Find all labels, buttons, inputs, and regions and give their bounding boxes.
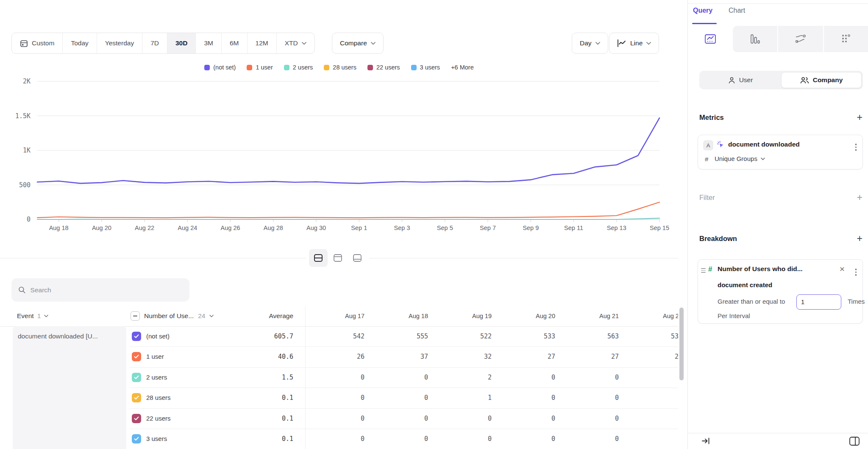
drag-handle-icon[interactable] bbox=[701, 268, 706, 273]
breakdown-interval-label: Per Interval bbox=[718, 312, 750, 319]
sidebar-bottom-bar bbox=[688, 433, 868, 449]
entity-company-segment[interactable]: Company bbox=[781, 72, 862, 88]
date-range-30d[interactable]: 30D bbox=[167, 33, 196, 53]
date-range-3m[interactable]: 3M bbox=[196, 33, 222, 53]
row-separator bbox=[129, 388, 678, 388]
date-range-yesterday[interactable]: Yesterday bbox=[97, 33, 142, 53]
series-checkbox[interactable] bbox=[132, 332, 141, 341]
series-value: 0 bbox=[619, 415, 678, 422]
metric-menu-button[interactable] bbox=[854, 142, 859, 152]
measure-dropdown[interactable]: Unique Groups bbox=[715, 155, 765, 162]
svg-text:Aug 28: Aug 28 bbox=[264, 224, 283, 231]
date-column-header[interactable]: Aug 21 bbox=[555, 305, 619, 326]
breakdown-value-input[interactable] bbox=[796, 294, 841, 310]
series-value: 0 bbox=[301, 394, 364, 402]
search-input[interactable] bbox=[31, 286, 183, 294]
date-range-xtd[interactable]: XTD bbox=[277, 33, 314, 53]
legend-item[interactable]: 28 users bbox=[324, 64, 356, 71]
svg-text:Sep 13: Sep 13 bbox=[607, 224, 626, 231]
series-value: 0 bbox=[619, 394, 678, 402]
series-label: 2 users bbox=[146, 374, 167, 381]
legend-item[interactable]: 3 users bbox=[411, 64, 440, 71]
event-column-header[interactable]: Event 1 bbox=[17, 305, 48, 326]
hash-icon: # bbox=[705, 155, 708, 163]
chart-type-label: Line bbox=[630, 39, 643, 47]
event-header-label: Event bbox=[17, 312, 34, 320]
breakdown-menu-button[interactable] bbox=[854, 267, 859, 277]
date-range-custom[interactable]: Custom bbox=[12, 33, 63, 53]
series-average: 605.7 bbox=[237, 333, 293, 340]
date-range-6m[interactable]: 6M bbox=[222, 33, 248, 53]
select-all-checkbox[interactable] bbox=[131, 311, 140, 321]
series-count: 24 bbox=[198, 312, 205, 320]
add-metric-button[interactable]: + bbox=[857, 113, 862, 122]
series-value: 2 bbox=[428, 374, 492, 381]
entity-toggle: User Company bbox=[699, 71, 863, 89]
svg-text:Sep 3: Sep 3 bbox=[394, 224, 410, 231]
series-header-label: Number of Use... bbox=[144, 312, 194, 320]
date-column-header[interactable]: Aug 22 bbox=[619, 305, 678, 326]
legend-item[interactable]: (not set) bbox=[204, 64, 236, 71]
date-range-today[interactable]: Today bbox=[63, 33, 97, 53]
entity-user-segment[interactable]: User bbox=[701, 72, 780, 88]
series-value: 0 bbox=[364, 435, 428, 443]
chart-type-button[interactable]: Line bbox=[609, 33, 659, 54]
table-scrollbar[interactable] bbox=[679, 308, 684, 380]
check-icon bbox=[134, 396, 139, 400]
add-filter-button[interactable]: + bbox=[857, 193, 862, 202]
tab-query[interactable]: Query bbox=[693, 7, 712, 14]
event-cell[interactable]: document downloaded [U... bbox=[13, 326, 126, 449]
add-breakdown-button[interactable]: + bbox=[857, 234, 862, 243]
series-column-header[interactable]: Number of Use... 24 bbox=[131, 305, 214, 326]
tab-chart[interactable]: Chart bbox=[729, 7, 745, 14]
chart-type-line-tab[interactable] bbox=[688, 26, 733, 52]
series-value: 0 bbox=[428, 435, 492, 443]
series-checkbox[interactable] bbox=[132, 414, 141, 423]
legend-swatch bbox=[204, 65, 210, 70]
date-column-header[interactable]: Aug 18 bbox=[364, 305, 428, 326]
collapse-panel-icon[interactable] bbox=[701, 437, 710, 445]
series-checkbox[interactable] bbox=[132, 373, 141, 382]
series-checkbox[interactable] bbox=[132, 434, 141, 443]
series-value: 0 bbox=[555, 374, 619, 381]
series-value: 533 bbox=[492, 333, 555, 340]
row-separator bbox=[129, 429, 678, 429]
series-average: 40.6 bbox=[237, 353, 293, 360]
series-value: 542 bbox=[301, 333, 364, 340]
layout-chart-only-button[interactable] bbox=[328, 249, 347, 267]
breakdown-card[interactable]: # Number of Users who did... × document … bbox=[698, 259, 863, 324]
metrics-header: Metrics bbox=[699, 114, 724, 122]
series-value: 0 bbox=[555, 415, 619, 422]
compare-button[interactable]: Compare bbox=[332, 33, 384, 54]
chart-legend: (not set)1 user2 users28 users22 users3 … bbox=[0, 64, 678, 71]
chart-type-flow-tab[interactable] bbox=[777, 26, 823, 52]
series-label: 3 users bbox=[146, 435, 167, 442]
series-checkbox[interactable] bbox=[132, 352, 141, 361]
series-value: 26 bbox=[619, 353, 678, 360]
close-icon[interactable]: × bbox=[840, 264, 845, 274]
legend-item[interactable]: 1 user bbox=[247, 64, 273, 71]
chevron-down-icon bbox=[646, 42, 651, 45]
date-column-header[interactable]: Aug 17 bbox=[301, 305, 364, 326]
chart-type-bar-tab[interactable] bbox=[733, 26, 778, 52]
sidebar-top-border bbox=[688, 3, 868, 4]
legend-item[interactable]: 2 users bbox=[284, 64, 313, 71]
layout-table-only-button[interactable] bbox=[348, 249, 367, 267]
metric-card[interactable]: A document downloaded # Unique Groups bbox=[698, 135, 863, 169]
date-range-12m[interactable]: 12M bbox=[248, 33, 277, 53]
date-column-header[interactable]: Aug 20 bbox=[492, 305, 555, 326]
split-view-icon[interactable] bbox=[849, 436, 860, 446]
series-value: 37 bbox=[364, 353, 428, 360]
measure-label: Unique Groups bbox=[715, 155, 757, 162]
date-column-header[interactable]: Aug 19 bbox=[428, 305, 492, 326]
series-checkbox[interactable] bbox=[132, 393, 141, 402]
legend-more[interactable]: +6 More bbox=[451, 64, 474, 71]
row-separator bbox=[129, 346, 678, 347]
series-value: 0 bbox=[364, 394, 428, 402]
interval-button[interactable]: Day bbox=[572, 33, 608, 54]
chart-type-grid-tab[interactable] bbox=[823, 26, 868, 52]
date-range-7d[interactable]: 7D bbox=[142, 33, 167, 53]
series-value: 27 bbox=[492, 353, 555, 360]
legend-item[interactable]: 22 users bbox=[367, 64, 400, 71]
layout-split-button[interactable] bbox=[309, 249, 328, 267]
